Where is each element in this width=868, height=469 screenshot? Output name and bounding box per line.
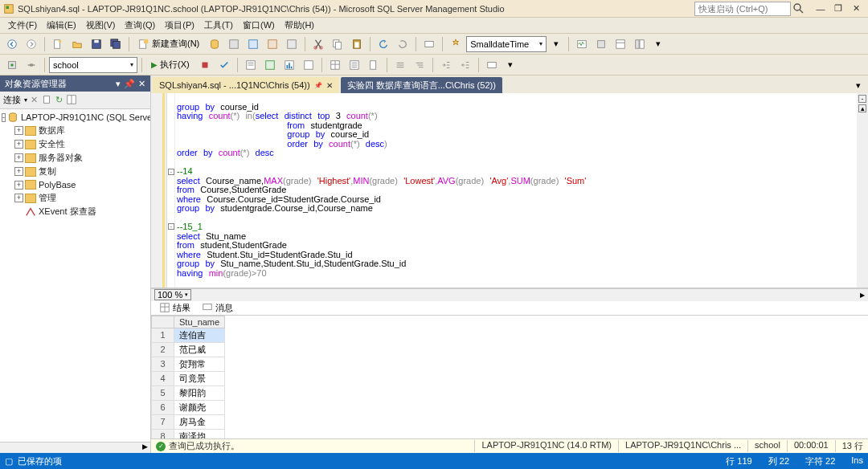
tree-node-databases[interactable]: +数据库 — [2, 124, 149, 137]
db-engine-query-button[interactable] — [206, 36, 223, 52]
search-icon[interactable] — [792, 2, 805, 15]
menu-help[interactable]: 帮助(H) — [280, 18, 319, 33]
comment-button[interactable] — [391, 57, 409, 73]
activity-monitor-button[interactable] — [573, 36, 591, 52]
template-browser-button[interactable] — [612, 36, 629, 52]
outline-collapse-icon[interactable]: - — [168, 169, 174, 175]
panel-anchor-icon[interactable]: 📌 — [124, 79, 135, 89]
close-icon[interactable]: ✕ — [326, 81, 333, 90]
tree-node-replication[interactable]: +复制 — [2, 165, 149, 178]
filter-icon[interactable] — [41, 94, 52, 107]
new-file-button[interactable] — [49, 36, 67, 52]
cell-value[interactable]: 南泽均 — [174, 429, 225, 438]
tab-messages[interactable]: 消息 — [197, 301, 238, 315]
table-row[interactable]: 3贺翔常 — [152, 357, 225, 371]
scroll-right-icon[interactable]: ▶ — [860, 292, 865, 299]
tree-node-server-objects[interactable]: +服务器对象 — [2, 151, 149, 165]
cancel-query-button[interactable] — [196, 57, 214, 73]
tab-overflow-button[interactable]: ▾ — [850, 77, 866, 93]
sql-outline[interactable]: - - — [167, 93, 175, 288]
more-button[interactable]: ▾ — [650, 36, 666, 52]
tree-node-xevent[interactable]: XEvent 探查器 — [2, 205, 149, 218]
menu-file[interactable]: 文件(F) — [3, 18, 42, 33]
parse-button[interactable] — [215, 57, 233, 73]
specify-values-button[interactable] — [483, 57, 501, 73]
col-header-stuname[interactable]: Stu_name — [174, 316, 225, 328]
menu-edit[interactable]: 编辑(E) — [42, 18, 81, 33]
table-row[interactable]: 8南泽均 — [152, 429, 225, 438]
display-plan-button[interactable] — [242, 57, 260, 73]
menu-project[interactable]: 项目(P) — [160, 18, 199, 33]
close-button[interactable]: ✕ — [847, 2, 865, 16]
tree-node-polybase[interactable]: +PolyBase — [2, 178, 149, 191]
tree-root[interactable]: -LAPTOP-JR91Q1NC (SQL Server 14.0. — [2, 111, 149, 124]
properties-button[interactable] — [447, 36, 465, 52]
menu-window[interactable]: 窗口(W) — [238, 18, 280, 33]
results-grid-button[interactable] — [326, 57, 344, 73]
save-button[interactable] — [88, 36, 105, 52]
connect-label[interactable]: 连接 — [3, 94, 21, 106]
panel-close-icon[interactable]: ✕ — [138, 79, 145, 89]
results-text-button[interactable] — [346, 57, 363, 73]
stop-icon[interactable] — [66, 94, 77, 107]
results-file-button[interactable] — [365, 57, 383, 73]
change-connection-button[interactable] — [3, 57, 21, 73]
tab-active[interactable]: SQLshiyan4.sql - ...1Q1NC\Chris (54))📌✕ — [153, 77, 339, 93]
paste-button[interactable] — [348, 36, 366, 52]
dmx-query-button[interactable] — [283, 36, 301, 52]
refresh-icon[interactable]: ↻ — [55, 95, 63, 105]
config-button[interactable]: ▾ — [548, 36, 564, 52]
xmla-query-button[interactable] — [264, 36, 281, 52]
split-icon[interactable]: - — [858, 95, 866, 103]
table-row[interactable]: 1连伯吉 — [152, 328, 225, 342]
cell-value[interactable]: 范已威 — [174, 342, 225, 357]
table-row[interactable]: 6谢颜尧 — [152, 400, 225, 414]
object-tree[interactable]: -LAPTOP-JR91Q1NC (SQL Server 14.0. +数据库 … — [0, 109, 150, 442]
include-stats-button[interactable] — [280, 57, 298, 73]
menu-query[interactable]: 查询(Q) — [120, 18, 160, 33]
nav-fwd-button[interactable] — [23, 36, 40, 52]
registered-servers-button[interactable] — [592, 36, 610, 52]
disconnect-icon[interactable]: ✕ — [31, 95, 38, 105]
cell-value[interactable]: 谢颜尧 — [174, 400, 225, 414]
quick-launch-input[interactable] — [694, 2, 791, 16]
tree-node-security[interactable]: +安全性 — [2, 137, 149, 151]
menu-view[interactable]: 视图(V) — [81, 18, 121, 33]
redo-button[interactable] — [394, 36, 411, 52]
tab-results[interactable]: 结果 — [154, 301, 195, 315]
minimize-button[interactable]: — — [812, 2, 829, 16]
object-explorer-button[interactable] — [631, 36, 649, 52]
menu-tools[interactable]: 工具(T) — [199, 18, 238, 33]
copy-button[interactable] — [329, 36, 346, 52]
cell-value[interactable]: 贺翔常 — [174, 357, 225, 371]
cell-value[interactable]: 司竟景 — [174, 371, 225, 385]
new-query-button[interactable]: 新建查询(N) — [133, 36, 204, 52]
outline-collapse-icon[interactable]: - — [168, 223, 174, 230]
scroll-up-icon[interactable]: ▴ — [858, 104, 866, 112]
open-file-button[interactable] — [68, 36, 86, 52]
maximize-button[interactable]: ❐ — [829, 2, 847, 16]
mdx-query-button[interactable] — [244, 36, 262, 52]
zoom-combo[interactable]: 100 %▾ — [154, 289, 191, 300]
uncomment-button[interactable] — [411, 57, 428, 73]
nav-back-button[interactable] — [3, 36, 21, 52]
table-row[interactable]: 2范已威 — [152, 342, 225, 357]
analysis-query-button[interactable] — [225, 36, 243, 52]
query-options-button[interactable] — [300, 57, 317, 73]
tab-inactive[interactable]: 实验四 数据库查询语言...C\Chris (52)) — [341, 77, 502, 93]
table-row[interactable]: 4司竟景 — [152, 371, 225, 385]
save-all-button[interactable] — [107, 36, 125, 52]
undo-button[interactable] — [375, 36, 392, 52]
scroll-right-icon[interactable]: ▶ — [140, 442, 150, 453]
cut-button[interactable] — [309, 36, 327, 52]
cell-value[interactable]: 房马金 — [174, 414, 225, 429]
pin-icon[interactable]: 📌 — [314, 82, 322, 89]
connection-button[interactable] — [23, 57, 40, 73]
find-button[interactable] — [420, 36, 438, 52]
outdent-button[interactable] — [457, 57, 474, 73]
sql-scrollbar[interactable]: -▴ — [857, 93, 868, 288]
cell-value[interactable]: 黎阳韵 — [174, 385, 225, 400]
execute-button[interactable]: ▶执行(X) — [146, 57, 194, 73]
indent-button[interactable] — [437, 57, 455, 73]
sql-text[interactable]: group by course_id having count(*) in(se… — [175, 93, 857, 288]
